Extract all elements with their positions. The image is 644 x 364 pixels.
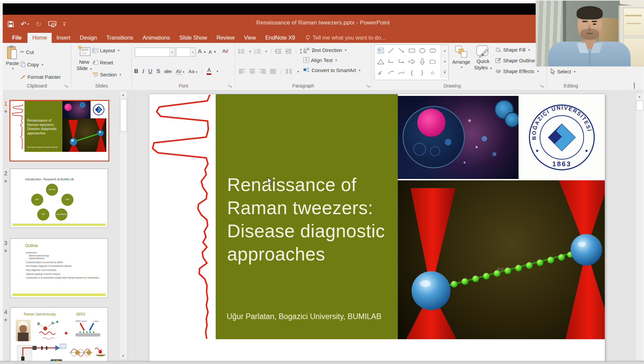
shapes-scroll-up-icon[interactable]: ▲ <box>441 45 448 56</box>
align-left-icon[interactable] <box>239 69 245 74</box>
scroll-up-icon[interactable]: ▲ <box>120 92 126 98</box>
copy-icon <box>20 62 25 67</box>
convert-to-smartart-button[interactable]: Convert to SmartArt▾ <box>303 67 361 73</box>
shape-effects-button[interactable]: Shape Effects▾ <box>495 68 539 74</box>
select-button[interactable]: Select▾ <box>550 68 576 75</box>
numbering-icon[interactable]: 123 <box>254 49 261 54</box>
mouse-cursor <box>267 177 273 185</box>
underline-button[interactable]: U <box>148 68 152 75</box>
align-text-button[interactable]: Align Text▾ <box>303 57 337 63</box>
paste-button[interactable]: Paste ▾ <box>3 45 22 70</box>
right-arrow-shape-icon[interactable] <box>407 56 417 67</box>
right-brace-shape-icon[interactable]: } <box>417 67 427 78</box>
line-shape-icon[interactable] <box>386 45 396 56</box>
tab-insert[interactable]: Insert <box>52 33 75 43</box>
font-color-button[interactable]: A <box>207 68 211 75</box>
decrease-font-size-button[interactable]: A▼ <box>209 49 216 55</box>
slide-scroll-up-icon[interactable]: ▲ <box>636 93 643 100</box>
elbow-connector-icon[interactable] <box>386 56 396 67</box>
title-block[interactable]: Renaissance of Raman tweezers: Disease d… <box>216 94 398 339</box>
triangle-shape-icon[interactable] <box>375 56 386 67</box>
shape-outline-button[interactable]: Shape Outline <box>495 58 535 63</box>
layout-button[interactable]: Layout▾ <box>92 48 119 53</box>
increase-indent-icon[interactable] <box>285 49 292 54</box>
rectangle-shape-icon[interactable] <box>407 45 417 56</box>
tab-review[interactable]: Review <box>212 33 239 43</box>
tab-transitions[interactable]: Transitions <box>102 33 138 43</box>
section-button[interactable]: Section▾ <box>92 72 121 77</box>
tab-design[interactable]: Design <box>75 33 102 43</box>
bold-button[interactable]: B <box>134 68 138 75</box>
decrease-indent-icon[interactable] <box>275 49 282 54</box>
copy-button[interactable]: Copy ▾ <box>20 62 43 67</box>
thumbnail-slide-2[interactable]: Introduction– Research at BUMILAB Laser … <box>10 169 108 228</box>
text-shadow-button[interactable]: S <box>156 68 160 75</box>
font-dialog-launcher[interactable] <box>228 84 232 88</box>
columns-icon[interactable] <box>286 69 292 74</box>
font-name-combobox[interactable]: ▾ <box>135 48 175 57</box>
font-size-combobox[interactable]: ▾ <box>176 48 196 57</box>
tab-animations[interactable]: Animations <box>138 33 175 43</box>
format-painter-button[interactable]: Format Painter <box>20 74 61 80</box>
tab-home[interactable]: Home <box>28 33 52 43</box>
reset-button[interactable]: Reset <box>92 60 113 65</box>
change-case-button[interactable]: Aa▾ <box>189 68 197 74</box>
thumbnail-slide-4[interactable]: Raman Spectroscopy SERS SERS signal Las <box>10 307 108 361</box>
scribble-shape-icon[interactable] <box>375 67 386 78</box>
character-spacing-button[interactable]: AV▾ <box>176 68 184 74</box>
customize-qat-icon[interactable]: ▾ <box>63 22 66 26</box>
oval-shape-icon[interactable] <box>417 45 427 56</box>
tab-file[interactable]: File <box>6 33 28 43</box>
arc-shape-icon[interactable] <box>386 67 396 78</box>
strikethrough-button[interactable]: abc <box>164 69 172 74</box>
quick-styles-button[interactable]: Quick Styles ▾ <box>472 45 494 71</box>
thumbnail-slide-1[interactable]: Renaissance of Raman tweezers: Disease d… <box>9 100 109 162</box>
thumbnail-scrollbar[interactable]: ▲ ▼ <box>119 91 127 360</box>
down-arrow-shape-icon[interactable] <box>417 56 427 67</box>
shapes-scroll-down-icon[interactable]: ▼ <box>441 56 448 67</box>
paragraph-dialog-launcher[interactable] <box>366 84 370 88</box>
start-slideshow-icon[interactable] <box>48 21 56 27</box>
redo-icon[interactable]: ↻ <box>36 21 42 27</box>
bullets-icon[interactable] <box>238 49 245 54</box>
svg-text:A: A <box>222 48 226 54</box>
tab-slideshow[interactable]: Slide Show <box>175 33 212 43</box>
slide-canvas[interactable]: Renaissance of Raman tweezers: Disease d… <box>149 94 605 361</box>
tell-me-box[interactable]: Tell me what you want to do... <box>300 33 389 43</box>
undo-icon[interactable]: ↶▾ <box>21 21 29 27</box>
drawing-dialog-launcher[interactable] <box>540 84 544 88</box>
shapes-more-icon[interactable]: ▼ <box>441 67 448 78</box>
thumbnail-slide-3[interactable]: Outline Introduction Raman Spectroscopy … <box>10 238 108 298</box>
clipboard-dialog-launcher[interactable] <box>64 84 68 88</box>
text-direction-button[interactable]: A Text Direction▾ <box>303 47 346 53</box>
align-right-icon[interactable] <box>260 69 266 74</box>
shape-fill-button[interactable]: Shape Fill▾ <box>495 47 530 53</box>
window-bottom-edge <box>0 361 644 364</box>
save-icon[interactable] <box>7 21 14 27</box>
arrow-shape-icon[interactable] <box>396 45 407 56</box>
textbox-shape-icon[interactable]: A <box>375 45 386 56</box>
arrange-button[interactable]: Arrange ▾ <box>451 45 472 69</box>
clear-formatting-button[interactable]: A <box>222 48 229 54</box>
cut-button[interactable]: ✂ Cut <box>20 49 34 55</box>
align-center-icon[interactable] <box>249 69 256 74</box>
scrollbar-thumb[interactable] <box>120 99 127 132</box>
left-brace-shape-icon[interactable]: { <box>407 67 417 78</box>
collapse-ribbon-button[interactable] <box>634 83 635 89</box>
slide-scrollbar-thumb[interactable] <box>636 101 643 111</box>
drawing-group: A { } ☆ <box>372 43 547 89</box>
rounded-rectangle-shape-icon[interactable] <box>427 45 438 56</box>
flowchart-shape-icon[interactable] <box>427 56 438 67</box>
slide-scrollbar[interactable]: ▲ <box>636 93 643 360</box>
star-shape-icon[interactable]: ☆ <box>427 67 438 78</box>
justify-icon[interactable] <box>270 69 276 74</box>
tab-endnote[interactable]: EndNote X9 <box>261 33 300 43</box>
quick-access-toolbar: ↶▾ ↻ ▾ <box>7 19 66 29</box>
increase-font-size-button[interactable]: A▲ <box>198 48 206 55</box>
tab-view[interactable]: View <box>239 33 261 43</box>
scroll-down-icon[interactable]: ▼ <box>120 353 126 359</box>
italic-button[interactable]: I <box>142 68 144 75</box>
curve-shape-icon[interactable] <box>396 67 407 78</box>
new-slide-button[interactable]: New Slide ▾ <box>74 45 94 72</box>
elbow-arrow-connector-icon[interactable] <box>396 56 407 67</box>
